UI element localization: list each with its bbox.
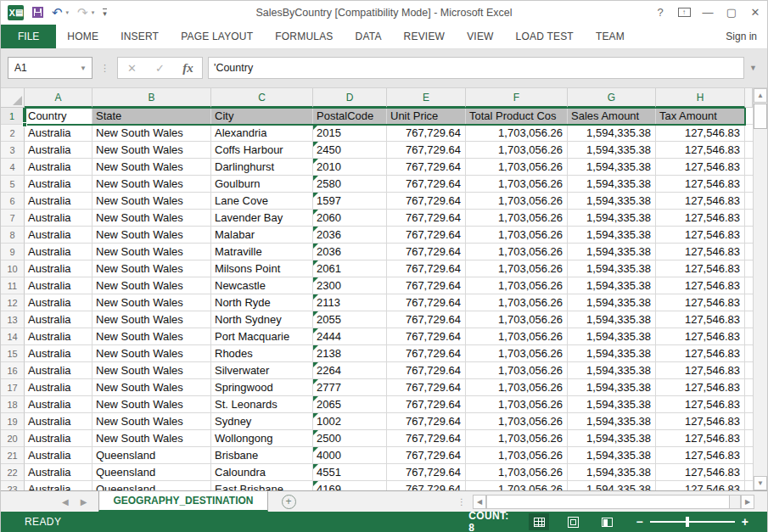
cell-sales-amount[interactable]: 1,594,335.38 — [568, 244, 656, 260]
cell-city[interactable]: Matraville — [211, 244, 313, 260]
insert-function-icon[interactable]: fx — [174, 61, 202, 76]
cell-sales-amount[interactable]: 1,594,335.38 — [568, 345, 656, 362]
cell-city[interactable]: Alexandria — [211, 125, 313, 142]
cell-state[interactable]: New South Wales — [92, 345, 211, 362]
row-header[interactable]: 21 — [1, 447, 25, 464]
cell-city[interactable]: Goulburn — [211, 176, 313, 193]
cell-city[interactable]: Newcastle — [211, 277, 313, 294]
tab-split-handle[interactable]: ⋮ — [457, 499, 466, 505]
cell-state[interactable]: New South Wales — [92, 379, 211, 396]
cell-city[interactable]: East Brisbane — [211, 481, 313, 490]
cell-unit-price[interactable]: 767,729.64 — [387, 345, 466, 362]
vertical-scrollbar[interactable]: ▲ ▼ — [753, 88, 767, 490]
cell-city[interactable]: North Sydney — [211, 311, 313, 328]
cell-total-product-cost[interactable]: 1,703,056.26 — [466, 260, 568, 277]
cell-unit-price[interactable]: 767,729.64 — [387, 430, 466, 447]
cell-f1[interactable]: Total Product Cos — [466, 108, 568, 125]
cell-country[interactable]: Australia — [25, 379, 92, 396]
confirm-entry-icon[interactable]: ✓ — [146, 62, 174, 75]
cell-tax-amount[interactable]: 127,546.83 — [656, 311, 745, 328]
row-header[interactable]: 8 — [1, 227, 25, 244]
row-header[interactable]: 10 — [1, 260, 25, 277]
cell-sales-amount[interactable]: 1,594,335.38 — [568, 210, 656, 227]
row-header[interactable]: 22 — [1, 464, 25, 481]
cell-total-product-cost[interactable]: 1,703,056.26 — [466, 193, 568, 210]
cell-country[interactable]: Australia — [25, 447, 92, 464]
cell-sales-amount[interactable]: 1,594,335.38 — [568, 193, 656, 210]
row-header[interactable]: 15 — [1, 345, 25, 362]
cell-tax-amount[interactable]: 127,546.83 — [656, 447, 745, 464]
cell-total-product-cost[interactable]: 1,703,056.26 — [466, 227, 568, 244]
cell-country[interactable]: Australia — [25, 430, 92, 447]
column-header-d[interactable]: D — [313, 88, 387, 108]
cell-tax-amount[interactable]: 127,546.83 — [656, 481, 745, 490]
cell-country[interactable]: Australia — [25, 244, 92, 260]
cell-total-product-cost[interactable]: 1,703,056.26 — [466, 125, 568, 142]
column-header-h[interactable]: H — [656, 88, 745, 108]
cell-unit-price[interactable]: 767,729.64 — [387, 447, 466, 464]
cell-unit-price[interactable]: 767,729.64 — [387, 328, 466, 345]
cell-state[interactable]: Queensland — [92, 481, 211, 490]
cell-sales-amount[interactable]: 1,594,335.38 — [568, 125, 656, 142]
cell-sales-amount[interactable]: 1,594,335.38 — [568, 159, 656, 176]
row-header[interactable]: 12 — [1, 294, 25, 311]
cell-tax-amount[interactable]: 127,546.83 — [656, 430, 745, 447]
cell-sales-amount[interactable]: 1,594,335.38 — [568, 311, 656, 328]
column-header-g[interactable]: G — [568, 88, 656, 108]
name-box-dropdown-icon[interactable]: ▼ — [80, 64, 92, 72]
cell-state[interactable]: Queensland — [92, 447, 211, 464]
cell-postal-code[interactable]: 4000 — [313, 447, 387, 464]
cell-city[interactable]: Lavender Bay — [211, 210, 313, 227]
cell-country[interactable]: Australia — [25, 413, 92, 430]
cell-unit-price[interactable]: 767,729.64 — [387, 142, 466, 159]
zoom-slider[interactable] — [650, 521, 735, 523]
row-header[interactable]: 16 — [1, 362, 25, 379]
cell-postal-code[interactable]: 2036 — [313, 244, 387, 260]
cell-unit-price[interactable]: 767,729.64 — [387, 244, 466, 260]
cell-tax-amount[interactable]: 127,546.83 — [656, 210, 745, 227]
next-sheet-icon[interactable]: ▶ — [81, 497, 87, 507]
cell-postal-code[interactable]: 2055 — [313, 311, 387, 328]
cell-total-product-cost[interactable]: 1,703,056.26 — [466, 159, 568, 176]
cell-sales-amount[interactable]: 1,594,335.38 — [568, 464, 656, 481]
tab-home[interactable]: HOME — [56, 25, 109, 48]
cell-postal-code[interactable]: 2264 — [313, 362, 387, 379]
cell-sales-amount[interactable]: 1,594,335.38 — [568, 396, 656, 413]
row-header[interactable]: 20 — [1, 430, 25, 447]
cell-sales-amount[interactable]: 1,594,335.38 — [568, 294, 656, 311]
cell-tax-amount[interactable]: 127,546.83 — [656, 379, 745, 396]
cell-tax-amount[interactable]: 127,546.83 — [656, 125, 745, 142]
cell-sales-amount[interactable]: 1,594,335.38 — [568, 176, 656, 193]
cell-country[interactable]: Australia — [25, 193, 92, 210]
cell-city[interactable]: Brisbane — [211, 447, 313, 464]
cell-total-product-cost[interactable]: 1,703,056.26 — [466, 362, 568, 379]
cell-state[interactable]: New South Wales — [92, 430, 211, 447]
cell-sales-amount[interactable]: 1,594,335.38 — [568, 447, 656, 464]
cell-unit-price[interactable]: 767,729.64 — [387, 379, 466, 396]
cell-tax-amount[interactable]: 127,546.83 — [656, 362, 745, 379]
row-header[interactable]: 23 — [1, 481, 25, 490]
cell-sales-amount[interactable]: 1,594,335.38 — [568, 481, 656, 490]
cell-sales-amount[interactable]: 1,594,335.38 — [568, 277, 656, 294]
cell-country[interactable]: Australia — [25, 176, 92, 193]
cell-postal-code[interactable]: 2444 — [313, 328, 387, 345]
close-button[interactable]: ✕ — [743, 3, 767, 23]
name-box[interactable]: A1 ▼ — [8, 57, 92, 79]
cell-unit-price[interactable]: 767,729.64 — [387, 362, 466, 379]
cell-state[interactable]: New South Wales — [92, 227, 211, 244]
cell-state[interactable]: New South Wales — [92, 159, 211, 176]
expand-formula-bar-icon[interactable]: ▼ — [744, 64, 760, 72]
tab-team[interactable]: TEAM — [585, 25, 636, 48]
vertical-scroll-thumb[interactable] — [754, 104, 767, 129]
cell-tax-amount[interactable]: 127,546.83 — [656, 328, 745, 345]
cell-state[interactable]: New South Wales — [92, 328, 211, 345]
row-header-1[interactable]: 1 — [1, 108, 25, 125]
cell-city[interactable]: St. Leonards — [211, 396, 313, 413]
cell-state[interactable]: New South Wales — [92, 362, 211, 379]
row-header[interactable]: 11 — [1, 277, 25, 294]
tab-load-test[interactable]: LOAD TEST — [505, 25, 585, 48]
cell-country[interactable]: Australia — [25, 260, 92, 277]
normal-view-button[interactable] — [529, 513, 549, 530]
cell-sales-amount[interactable]: 1,594,335.38 — [568, 362, 656, 379]
cell-country[interactable]: Australia — [25, 396, 92, 413]
